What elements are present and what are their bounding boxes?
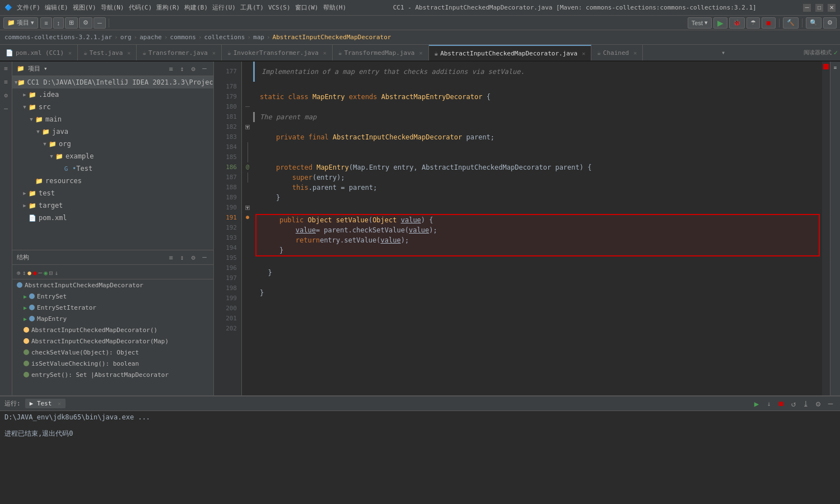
tree-item-idea[interactable]: ▶ 📁 .idea — [12, 88, 213, 101]
breadcrumb-item-collections[interactable]: collections — [204, 34, 245, 41]
struct-item-class[interactable]: AbstractInputCheckedMapDecorator — [12, 279, 213, 291]
project-dropdown[interactable]: 📁 项目 ▾ — [3, 17, 38, 29]
app-menu-tools[interactable]: 工具(T) — [240, 3, 264, 12]
tree-item-test-java[interactable]: G • Test — [12, 162, 213, 175]
project-icon-gear[interactable]: ⚙ — [189, 64, 198, 73]
tab-close-chained[interactable]: ✕ — [633, 50, 637, 56]
tab-transformedmap[interactable]: ☕ TransformedMap.java ✕ — [333, 45, 429, 60]
tab-close-test[interactable]: ✕ — [127, 50, 130, 56]
struct-item-entrysetiterator[interactable]: ▶ EntrySetIterator — [12, 302, 213, 313]
tree-item-main[interactable]: ▼ 📁 main — [12, 113, 213, 125]
run-button[interactable]: ▶ — [713, 17, 727, 29]
code-area[interactable]: Implementation of a map entry that check… — [253, 62, 822, 395]
tab-close-transformedmap[interactable]: ✕ — [419, 50, 422, 56]
maximize-button[interactable]: □ — [815, 4, 823, 12]
close-button[interactable]: ✕ — [828, 4, 836, 12]
build-button[interactable]: 🔨 — [783, 17, 799, 29]
project-dropdown-arrow[interactable]: ▾ — [44, 65, 48, 72]
breadcrumb-item-map[interactable]: map — [253, 34, 264, 41]
app-menu-run[interactable]: 运行(U) — [212, 3, 236, 12]
tab-pom-xml[interactable]: 📄 pom.xml (CC1) ✕ — [0, 45, 78, 60]
app-menu-code[interactable]: 代码(C) — [129, 3, 152, 12]
run-tab-close[interactable]: ✕ — [58, 400, 61, 407]
tree-item-example[interactable]: ▼ 📁 example — [12, 150, 213, 162]
struct-item-issetvalue[interactable]: isSetValueChecking(): boolean — [12, 358, 213, 369]
nav-btn-1[interactable]: ≡ — [2, 64, 11, 73]
app-menu-help[interactable]: 帮助(H) — [323, 3, 347, 12]
run-play-btn[interactable]: ▶ — [752, 399, 762, 409]
nav-btn-2[interactable]: ≡ — [2, 77, 11, 86]
nav-btn-3[interactable]: ⚙ — [2, 91, 11, 100]
fold-btn-182[interactable]: ▼ — [245, 125, 250, 129]
tree-item-src[interactable]: ▼ 📁 src — [12, 101, 213, 113]
struct-item-constructor1[interactable]: AbstractInputCheckedMapDecorator() — [12, 324, 213, 335]
struct-btn-8[interactable]: ↓ — [54, 269, 58, 277]
tree-item-cc1[interactable]: ▼ 📁 CC1 D:\JAVA\IDEA\IntelliJ IDEA 2021.… — [12, 76, 213, 88]
structure-icon-1[interactable]: ≡ — [166, 253, 175, 262]
toolbar-btn-expand[interactable]: ⊞ — [65, 17, 78, 29]
right-btn-1[interactable]: ≡ — [830, 63, 841, 73]
tab-close-pom[interactable]: ✕ — [68, 50, 72, 56]
app-menu-file[interactable]: 文件(F) — [17, 3, 40, 12]
stop-button[interactable]: ⏹ — [762, 17, 776, 29]
tab-transformer[interactable]: ☕ Transformer.java ✕ — [137, 45, 222, 60]
project-icon-expand[interactable]: ≡ — [166, 64, 175, 73]
struct-btn-2[interactable]: ↕ — [22, 269, 26, 277]
app-menu-vcs[interactable]: VCS(S) — [268, 4, 291, 11]
tab-test[interactable]: ☕ Test.java ✕ — [78, 45, 137, 60]
struct-item-entryset[interactable]: ▶ EntrySet — [12, 291, 213, 302]
project-icon-close[interactable]: ─ — [200, 64, 209, 73]
struct-item-constructor2[interactable]: AbstractInputCheckedMapDecorator(Map) — [12, 335, 213, 347]
struct-item-mapentry[interactable]: ▶ MapEntry — [12, 313, 213, 324]
settings-button[interactable]: ⚙ — [823, 17, 837, 29]
tab-overflow[interactable]: ▾ — [718, 45, 729, 60]
tab-invoker[interactable]: ☕ InvokerTransformer.java ✕ — [222, 45, 333, 60]
tree-item-resources[interactable]: 📁 resources — [12, 175, 213, 187]
toolbar-btn-layout[interactable]: ≡ — [40, 17, 52, 29]
tree-item-pom-xml[interactable]: 📄 pom.xml — [12, 212, 213, 224]
structure-icon-4[interactable]: ─ — [200, 253, 209, 262]
tab-close-invoker[interactable]: ✕ — [323, 50, 326, 56]
run-config-dropdown[interactable]: Test ▾ — [688, 17, 712, 29]
app-menu-refactor[interactable]: 重构(R) — [156, 3, 180, 12]
toolbar-btn-minus[interactable]: ─ — [94, 17, 106, 29]
struct-item-entryset-method[interactable]: entrySet(): Set |AbstractMapDecorator — [12, 369, 213, 380]
tree-item-java[interactable]: ▼ 📁 java — [12, 125, 213, 138]
breadcrumb-item-class[interactable]: AbstractInputCheckedMapDecorator — [273, 34, 391, 41]
reader-mode-btn[interactable]: 阅读器模式 — [804, 49, 832, 57]
run-settings-btn[interactable]: ⚙ — [813, 399, 823, 409]
struct-btn-4[interactable]: ● — [33, 269, 37, 277]
app-menu-edit[interactable]: 编辑(E) — [45, 3, 68, 12]
run-coverage-button[interactable]: ☂ — [746, 17, 760, 29]
tree-item-target[interactable]: ▶ 📁 target — [12, 199, 213, 212]
tab-close-abstractmap[interactable]: ✕ — [582, 50, 585, 57]
app-menu-view[interactable]: 视图(V) — [73, 3, 96, 12]
run-tab-test[interactable]: ▶ Test ✕ — [25, 399, 66, 408]
struct-btn-6[interactable]: ◉ — [44, 269, 48, 277]
tab-abstractmap[interactable]: ☕ AbstractInputCheckedMapDecorator.java … — [429, 45, 592, 60]
fold-btn-190[interactable]: ▼ — [245, 206, 250, 210]
run-close-btn[interactable]: ─ — [825, 399, 836, 409]
structure-icon-2[interactable]: ↕ — [178, 253, 186, 262]
minimize-button[interactable]: ─ — [803, 4, 811, 12]
nav-btn-4[interactable]: ─ — [2, 104, 11, 113]
toolbar-btn-sort[interactable]: ↕ — [53, 17, 64, 29]
debug-button[interactable]: 🐞 — [729, 17, 745, 29]
tab-close-transformer[interactable]: ✕ — [212, 50, 216, 56]
run-scroll-btn[interactable]: ⤓ — [801, 399, 811, 409]
app-menu-window[interactable]: 窗口(W) — [295, 3, 319, 12]
struct-btn-7[interactable]: ⊡ — [49, 269, 53, 277]
search-everywhere-button[interactable]: 🔍 — [806, 17, 822, 29]
breadcrumb-item-jar[interactable]: commons-collections-3.2.1.jar — [4, 34, 112, 41]
struct-item-checksetvalue[interactable]: checkSetValue(Object): Object — [12, 347, 213, 358]
run-rerun-btn[interactable]: ↺ — [788, 399, 799, 409]
breadcrumb-item-commons[interactable]: commons — [170, 34, 196, 41]
right-gutter[interactable] — [822, 62, 830, 395]
tree-item-test-folder[interactable]: ▶ 📁 test — [12, 187, 213, 199]
breadcrumb-item-apache[interactable]: apache — [139, 34, 162, 41]
struct-btn-3[interactable]: ● — [27, 269, 31, 277]
app-menu-build[interactable]: 构建(B) — [184, 3, 208, 12]
struct-btn-1[interactable]: ⊕ — [17, 269, 21, 277]
tree-item-org[interactable]: ▼ 📁 org — [12, 138, 213, 150]
tab-chained[interactable]: ☕ Chained ✕ — [591, 45, 643, 60]
